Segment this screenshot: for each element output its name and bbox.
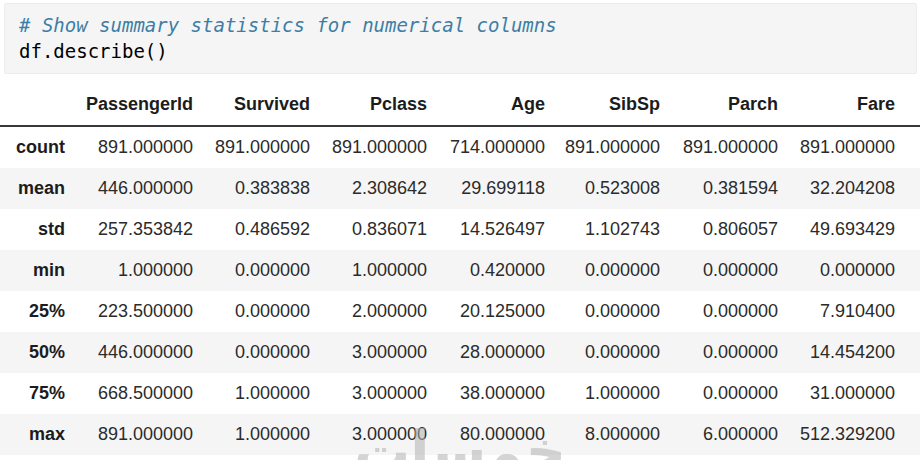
table-cell: 0.420000 <box>439 250 557 291</box>
table-cell: 80.000000 <box>439 414 557 455</box>
table-cell: 1.000000 <box>77 250 205 291</box>
table-cell: 14.454200 <box>790 332 920 373</box>
column-header-survived: Survived <box>205 85 322 126</box>
code-editor-text: # Show summary statistics for numerical … <box>19 12 902 64</box>
table-cell: 668.500000 <box>77 373 205 414</box>
table-cell: 1.000000 <box>205 373 322 414</box>
table-row-25pct: 25%223.5000000.0000002.00000020.1250000.… <box>0 291 920 332</box>
table-body: count891.000000891.000000891.000000714.0… <box>0 126 920 455</box>
table-cell: 0.806057 <box>672 209 790 250</box>
table-cell: 891.000000 <box>77 414 205 455</box>
table-cell: 14.526497 <box>439 209 557 250</box>
dataframe-describe-table: PassengerIdSurvivedPclassAgeSibSpParchFa… <box>0 85 920 455</box>
table-cell: 1.000000 <box>557 373 672 414</box>
notebook-output-area: # Show summary statistics for numerical … <box>0 3 920 460</box>
row-label: count <box>0 126 77 168</box>
table-cell: 3.000000 <box>322 332 439 373</box>
row-label: 25% <box>0 291 77 332</box>
table-row-count: count891.000000891.000000891.000000714.0… <box>0 126 920 168</box>
table-cell: 7.910400 <box>790 291 920 332</box>
table-cell: 0.000000 <box>557 291 672 332</box>
table-cell: 0.523008 <box>557 168 672 209</box>
column-header-age: Age <box>439 85 557 126</box>
table-cell: 0.486592 <box>205 209 322 250</box>
table-cell: 0.000000 <box>672 250 790 291</box>
column-header-fare: Fare <box>790 85 920 126</box>
code-line: df.describe() <box>19 40 168 62</box>
code-cell[interactable]: # Show summary statistics for numerical … <box>4 3 917 74</box>
table-cell: 891.000000 <box>672 126 790 168</box>
table-cell: 223.500000 <box>77 291 205 332</box>
table-cell: 446.000000 <box>77 332 205 373</box>
table-cell: 0.000000 <box>205 291 322 332</box>
table-cell: 0.000000 <box>672 332 790 373</box>
table-cell: 49.693429 <box>790 209 920 250</box>
table-corner-cell <box>0 85 77 126</box>
table-cell: 0.000000 <box>557 332 672 373</box>
table-cell: 6.000000 <box>672 414 790 455</box>
table-cell: 714.000000 <box>439 126 557 168</box>
row-label: 50% <box>0 332 77 373</box>
code-comment-line: # Show summary statistics for numerical … <box>19 14 557 36</box>
table-cell: 38.000000 <box>439 373 557 414</box>
table-cell: 0.000000 <box>557 250 672 291</box>
table-header: PassengerIdSurvivedPclassAgeSibSpParchFa… <box>0 85 920 126</box>
row-label: min <box>0 250 77 291</box>
table-cell: 31.000000 <box>790 373 920 414</box>
table-cell: 0.000000 <box>672 373 790 414</box>
table-cell: 891.000000 <box>77 126 205 168</box>
table-cell: 3.000000 <box>322 373 439 414</box>
table-row-max: max891.0000001.0000003.00000080.0000008.… <box>0 414 920 455</box>
table-cell: 29.699118 <box>439 168 557 209</box>
table-row-mean: mean446.0000000.3838382.30864229.6991180… <box>0 168 920 209</box>
table-cell: 891.000000 <box>790 126 920 168</box>
table-cell: 512.329200 <box>790 414 920 455</box>
table-cell: 0.383838 <box>205 168 322 209</box>
table-header-row: PassengerIdSurvivedPclassAgeSibSpParchFa… <box>0 85 920 126</box>
row-label: 75% <box>0 373 77 414</box>
table-cell: 891.000000 <box>322 126 439 168</box>
table-cell: 0.000000 <box>205 332 322 373</box>
table-cell: 0.000000 <box>790 250 920 291</box>
table-row-50pct: 50%446.0000000.0000003.00000028.0000000.… <box>0 332 920 373</box>
table-cell: 891.000000 <box>205 126 322 168</box>
table-cell: 2.000000 <box>322 291 439 332</box>
column-header-pclass: Pclass <box>322 85 439 126</box>
column-header-passengerid: PassengerId <box>77 85 205 126</box>
table-cell: 2.308642 <box>322 168 439 209</box>
row-label: std <box>0 209 77 250</box>
table-cell: 8.000000 <box>557 414 672 455</box>
table-row-std: std257.3538420.4865920.83607114.5264971.… <box>0 209 920 250</box>
row-label: mean <box>0 168 77 209</box>
column-header-parch: Parch <box>672 85 790 126</box>
column-header-sibsp: SibSp <box>557 85 672 126</box>
table-row-75pct: 75%668.5000001.0000003.00000038.0000001.… <box>0 373 920 414</box>
table-cell: 1.000000 <box>205 414 322 455</box>
table-cell: 257.353842 <box>77 209 205 250</box>
table-cell: 891.000000 <box>557 126 672 168</box>
table-cell: 20.125000 <box>439 291 557 332</box>
table-cell: 3.000000 <box>322 414 439 455</box>
table-cell: 1.102743 <box>557 209 672 250</box>
table-cell: 446.000000 <box>77 168 205 209</box>
table-cell: 0.836071 <box>322 209 439 250</box>
table-cell: 0.000000 <box>205 250 322 291</box>
row-label: max <box>0 414 77 455</box>
table-cell: 28.000000 <box>439 332 557 373</box>
table-cell: 0.000000 <box>672 291 790 332</box>
table-row-min: min1.0000000.0000001.0000000.4200000.000… <box>0 250 920 291</box>
table-cell: 0.381594 <box>672 168 790 209</box>
table-cell: 1.000000 <box>322 250 439 291</box>
table-cell: 32.204208 <box>790 168 920 209</box>
